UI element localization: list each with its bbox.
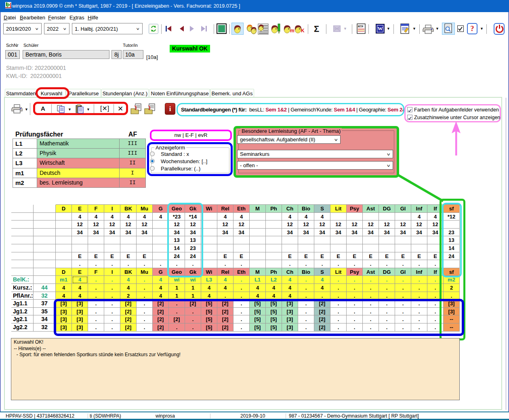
- svg-text:RTF: RTF: [358, 25, 364, 28]
